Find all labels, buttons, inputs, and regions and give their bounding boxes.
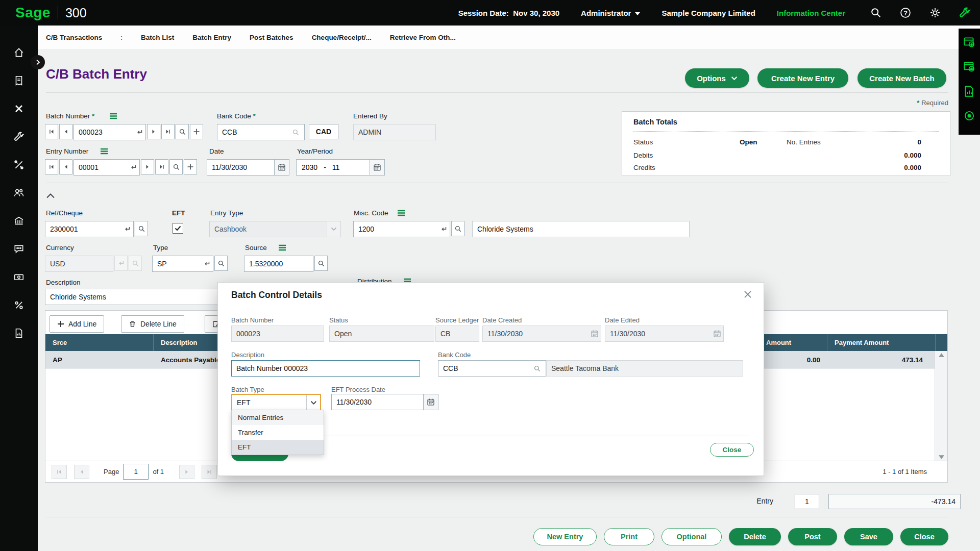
go-icon[interactable] — [133, 124, 145, 140]
misc-code-menu-icon[interactable] — [397, 210, 405, 216]
misc-code-input[interactable] — [354, 221, 437, 237]
calendar-icon[interactable] — [370, 160, 384, 175]
first-record-button[interactable] — [45, 124, 58, 139]
tab-retrieve-from[interactable]: Retrieve From Oth... — [390, 34, 456, 41]
next-entry-button[interactable] — [141, 159, 154, 174]
new-entry-footer-button[interactable]: New Entry — [533, 528, 597, 545]
report-chart-icon[interactable] — [963, 85, 976, 98]
next-record-button[interactable] — [147, 124, 160, 139]
entry-number-menu-icon[interactable] — [100, 148, 108, 155]
post-button[interactable]: Post — [788, 528, 837, 545]
print-button[interactable]: Print — [604, 528, 654, 545]
tab-batch-entry[interactable]: Batch Entry — [192, 34, 231, 41]
bank-icon[interactable] — [13, 215, 24, 227]
users-icon[interactable] — [13, 187, 24, 198]
source-menu-icon[interactable] — [278, 244, 286, 251]
eye-icon[interactable] — [963, 109, 976, 122]
entry-total-number[interactable]: 1 — [795, 494, 819, 509]
gear-icon[interactable] — [929, 7, 941, 19]
ref-cheque-input[interactable] — [45, 221, 121, 237]
entry-number-input[interactable] — [74, 160, 127, 175]
receipt-icon[interactable] — [13, 75, 24, 86]
m-bank-code-field[interactable]: CCB — [438, 360, 546, 377]
source-finder-button[interactable] — [314, 256, 328, 271]
type-finder-button[interactable] — [214, 256, 228, 271]
modal-close-button[interactable]: Close — [710, 443, 754, 457]
calendar-icon[interactable] — [423, 394, 438, 410]
batch-number-input[interactable] — [74, 124, 133, 140]
help-icon[interactable]: ? — [899, 7, 912, 19]
search-icon[interactable] — [292, 129, 300, 136]
percent-icon[interactable] — [13, 299, 24, 311]
close-footer-button[interactable]: Close — [900, 528, 948, 545]
delete-button[interactable]: Delete — [729, 528, 781, 545]
add-line-button[interactable]: Add Line — [50, 315, 104, 333]
chat-icon[interactable] — [13, 243, 24, 255]
banknote-icon[interactable] — [13, 271, 24, 283]
new-entry-button[interactable] — [184, 159, 197, 174]
page-number-input[interactable] — [123, 464, 149, 480]
home-icon[interactable] — [13, 47, 24, 58]
wrench-icon[interactable] — [13, 131, 24, 142]
first-entry-button[interactable] — [45, 159, 58, 174]
m-description-input[interactable] — [232, 361, 420, 376]
m-eft-process-date-input[interactable] — [332, 394, 423, 410]
go-icon[interactable] — [127, 160, 139, 175]
new-batch-button[interactable] — [190, 124, 203, 139]
tab-cheque-receipt[interactable]: Cheque/Receipt/... — [312, 34, 372, 41]
go-icon[interactable] — [121, 221, 133, 237]
year-value[interactable]: 2030 — [302, 163, 317, 171]
close-icon[interactable] — [742, 289, 753, 300]
create-new-entry-button[interactable]: Create New Entry — [757, 68, 848, 88]
page-last-button[interactable] — [202, 465, 217, 479]
breadcrumb-root[interactable]: C/B Transactions — [46, 34, 102, 41]
page-next-button[interactable] — [179, 465, 194, 479]
company-name[interactable]: Sample Company Limited — [662, 9, 755, 17]
information-center-link[interactable]: Information Center — [777, 9, 845, 17]
tab-batch-list[interactable]: Batch List — [141, 34, 174, 41]
options-button[interactable]: Options — [685, 68, 749, 88]
calendar-icon[interactable] — [274, 160, 289, 175]
type-input[interactable] — [153, 256, 201, 271]
last-record-button[interactable] — [161, 124, 175, 139]
page-previous-button[interactable] — [74, 465, 89, 479]
tab-post-batches[interactable]: Post Batches — [250, 34, 293, 41]
page-first-button[interactable] — [52, 465, 67, 479]
period-value[interactable]: 11 — [332, 163, 340, 171]
grid-scrollbar[interactable] — [935, 351, 947, 461]
misc-finder-button[interactable] — [451, 221, 464, 236]
tools-icon[interactable] — [13, 159, 24, 170]
scroll-down-icon[interactable] — [939, 455, 944, 459]
go-icon[interactable] — [201, 256, 213, 271]
window-add-icon[interactable] — [963, 60, 976, 73]
go-icon[interactable] — [437, 221, 450, 237]
batch-number-menu-icon[interactable] — [109, 113, 117, 119]
user-menu[interactable]: Administrator — [581, 9, 640, 17]
report-icon[interactable] — [13, 328, 24, 339]
currency-toggle-button[interactable]: CAD — [309, 124, 338, 139]
search-icon[interactable] — [533, 365, 541, 372]
last-entry-button[interactable] — [155, 159, 168, 174]
date-input[interactable] — [207, 160, 274, 175]
x-icon[interactable] — [13, 103, 24, 114]
delete-line-button[interactable]: Delete Line — [121, 315, 184, 333]
scroll-up-icon[interactable] — [939, 353, 944, 357]
dropdown-option-normal-entries[interactable]: Normal Entries — [232, 410, 324, 425]
create-new-batch-button[interactable]: Create New Batch — [857, 68, 946, 88]
search-icon[interactable] — [870, 7, 882, 19]
entry-finder-button[interactable] — [169, 159, 183, 174]
eft-checkbox[interactable] — [173, 223, 183, 234]
sidebar-expand-handle[interactable] — [31, 55, 45, 69]
source-input[interactable] — [244, 256, 313, 271]
dropdown-option-transfer[interactable]: Transfer — [232, 425, 324, 440]
previous-record-button[interactable] — [59, 124, 72, 139]
batch-finder-button[interactable] — [176, 124, 189, 139]
wrench-icon[interactable] — [959, 7, 971, 19]
previous-entry-button[interactable] — [59, 159, 72, 174]
save-button[interactable]: Save — [844, 528, 893, 545]
collapse-section-icon[interactable] — [46, 193, 55, 199]
dropdown-option-eft[interactable]: EFT — [232, 440, 324, 455]
optional-button[interactable]: Optional — [662, 528, 722, 545]
bank-code-field[interactable]: CCB — [217, 124, 305, 140]
window-sync-icon[interactable] — [963, 36, 976, 49]
